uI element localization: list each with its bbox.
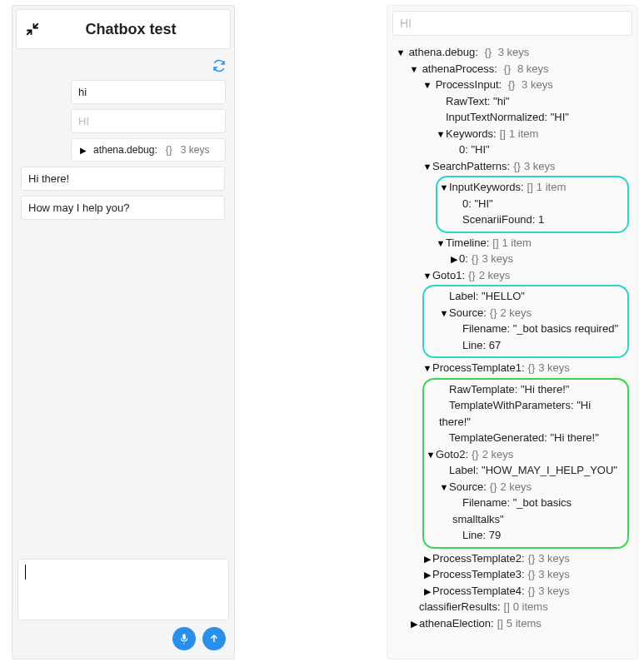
debug-panel: HI ▼ athena.debug: {} 3 keys ▼ athenaPro… [387, 5, 638, 660]
tree-node[interactable]: ▶ProcessTemplate3:{}3 keys [422, 566, 629, 583]
chevron-down-icon: ▼ [436, 127, 446, 142]
chevron-right-icon: ▶ [422, 568, 432, 582]
debug-input[interactable]: HI [392, 11, 632, 36]
chat-body: hi HI ▶ athena.debug: {} 3 keys Hi there… [12, 52, 234, 554]
tree-node[interactable]: ▶athenaElection:[]5 items [409, 615, 629, 632]
tree-node[interactable]: ▼ ProcessInput: {} 3 keys [422, 77, 629, 93]
highlight-box-green: RawTemplate: "Hi there!" TemplateWithPar… [422, 378, 629, 549]
tree-leaf: InputTextNormalized: "HI" [436, 109, 629, 126]
tree-node[interactable]: ▼Keywords:[]1 item [436, 126, 629, 142]
debug-summary-key: athena.debug: [93, 144, 157, 156]
mic-button[interactable] [172, 627, 196, 650]
debug-summary-row[interactable]: ▶ athena.debug: {} 3 keys [71, 138, 226, 162]
chatbox-panel: Chatbox test hi HI ▶ athena.debug: {} 3 … [12, 5, 235, 660]
chevron-right-icon: ▶ [78, 146, 88, 155]
user-message: hi [71, 80, 226, 104]
tree-leaf: Filename: "_bot basics smalltalks" [452, 495, 622, 527]
tree-node[interactable]: ▶ProcessTemplate4:{}3 keys [422, 583, 629, 600]
chat-input[interactable] [17, 559, 229, 620]
debug-summary-meta: 3 keys [181, 144, 210, 156]
chevron-down-icon: ▼ [439, 480, 449, 495]
tree-node[interactable]: ▼Source:{}2 keys [439, 479, 622, 495]
send-button[interactable] [202, 627, 226, 650]
tree-node[interactable]: ▶0:{}3 keys [449, 251, 629, 267]
tree-leaf: Label: "HELLO" [439, 288, 622, 305]
tree-node[interactable]: ▼ProcessTemplate1:{}3 keys [422, 360, 629, 376]
braces-icon: {} [162, 144, 176, 156]
chevron-right-icon: ▶ [409, 617, 419, 631]
tree-node[interactable]: ▼Timeline:[]1 item [436, 235, 629, 251]
chat-input-area [12, 554, 234, 659]
tree-leaf: Line: 79 [452, 527, 622, 544]
tree-node[interactable]: ▼SearchPatterns:{}3 keys [422, 158, 629, 175]
bot-reply: Hi there! [21, 167, 225, 191]
chevron-down-icon: ▼ [439, 181, 449, 195]
chevron-down-icon: ▼ [422, 78, 432, 92]
tree-leaf: Filename: "_bot basics required" [452, 321, 622, 337]
chevron-right-icon: ▶ [422, 552, 432, 566]
highlight-box-teal: Label: "HELLO" ▼Source:{}2 keys Filename… [422, 285, 629, 358]
chevron-down-icon: ▼ [426, 448, 436, 462]
chevron-down-icon: ▼ [422, 269, 432, 283]
tree-leaf: TemplateGenerated: "Hi there!" [439, 430, 622, 446]
tree-leaf: Line: 67 [452, 337, 622, 354]
chevron-right-icon: ▶ [422, 585, 432, 599]
tree-leaf: 0: "HI" [452, 196, 622, 212]
tree-leaf: RawText: "hi" [436, 93, 629, 110]
chevron-down-icon: ▼ [436, 236, 446, 251]
tree-node[interactable]: ▼InputKeywords:[]1 item [439, 179, 622, 196]
chevron-down-icon: ▼ [422, 361, 432, 376]
user-message-group: hi HI ▶ athena.debug: {} 3 keys [71, 80, 226, 162]
chat-header: Chatbox test [16, 9, 231, 49]
tree-node[interactable]: ▼Goto1:{}2 keys [422, 267, 629, 284]
debug-tree: ▼ athena.debug: {} 3 keys ▼ athenaProces… [392, 44, 632, 631]
chevron-down-icon: ▼ [439, 306, 449, 321]
refresh-icon[interactable] [212, 59, 226, 75]
bot-reply: How may I help you? [21, 196, 225, 220]
tree-node[interactable]: ▶ProcessTemplate2:{}3 keys [422, 550, 629, 567]
tree-leaf: Label: "HOW_MAY_I_HELP_YOU" [439, 462, 622, 479]
tree-leaf: RawTemplate: "Hi there!" [439, 381, 622, 398]
tree-node[interactable]: ▼ athenaProcess: {} 8 keys [409, 61, 629, 77]
chevron-down-icon: ▼ [409, 62, 419, 77]
tree-leaf: ScenariiFound: 1 [452, 212, 622, 228]
text-caret [25, 565, 26, 580]
tree-leaf: classifierResults:[]0 items [409, 599, 629, 615]
tree-node[interactable]: ▼Goto2:{}2 keys [426, 446, 622, 463]
user-message-normalized: HI [71, 109, 226, 133]
tree-leaf: 0: "HI" [449, 142, 629, 158]
chat-title: Chatbox test [40, 21, 222, 38]
chevron-right-icon: ▶ [449, 252, 459, 266]
chevron-down-icon: ▼ [396, 46, 406, 60]
tree-node[interactable]: ▼Source:{}2 keys [439, 305, 622, 321]
collapse-icon[interactable] [25, 22, 40, 37]
tree-leaf: TemplateWithParameters: "Hi there!" [439, 397, 622, 430]
chevron-down-icon: ▼ [422, 160, 432, 174]
tree-node-root[interactable]: ▼ athena.debug: {} 3 keys [396, 44, 629, 61]
highlight-box-teal: ▼InputKeywords:[]1 item 0: "HI" Scenarii… [436, 176, 629, 233]
